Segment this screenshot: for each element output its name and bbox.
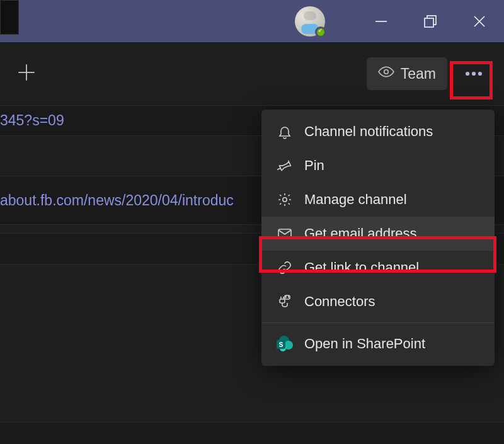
menu-item-get-email-address[interactable]: Get email address (261, 217, 495, 251)
add-tab-button[interactable] (16, 62, 37, 86)
menu-item-label: Get email address (304, 225, 417, 242)
menu-item-label: Channel notifications (304, 123, 433, 140)
maximize-button[interactable] (406, 0, 455, 42)
team-button-label: Team (401, 65, 436, 83)
menu-item-label: Manage channel (304, 191, 407, 208)
link-text: about.fb.com/news/2020/04/introduc (0, 192, 234, 209)
connector-icon (277, 293, 293, 310)
bell-icon (277, 123, 293, 140)
menu-item-open-sharepoint[interactable]: S Open in SharePoint (261, 327, 495, 361)
svg-point-11 (283, 198, 287, 202)
svg-rect-2 (425, 18, 433, 27)
svg-rect-12 (278, 229, 291, 238)
team-visibility-button[interactable]: Team (367, 57, 447, 90)
minimize-button[interactable] (357, 0, 406, 42)
gear-icon (277, 191, 293, 208)
menu-item-channel-notifications[interactable]: Channel notifications (261, 115, 495, 149)
menu-item-label: Connectors (304, 293, 375, 310)
link-text: 345?s=09 (0, 112, 64, 129)
window-controls (357, 0, 504, 42)
menu-item-label: Get link to channel (304, 259, 419, 276)
channel-context-menu: Channel notifications Pin Manage channel… (261, 110, 495, 366)
titlebar-left-block (0, 0, 19, 35)
menu-item-connectors[interactable]: Connectors (261, 285, 495, 319)
menu-item-manage-channel[interactable]: Manage channel (261, 183, 495, 217)
menu-separator (261, 322, 495, 323)
user-avatar[interactable] (295, 6, 325, 37)
menu-item-label: Open in SharePoint (304, 336, 425, 352)
close-button[interactable] (455, 0, 504, 42)
annotation-more-button-highlight (450, 61, 493, 100)
sharepoint-icon: S (277, 336, 293, 352)
menu-item-get-link[interactable]: Get link to channel (261, 251, 495, 285)
menu-item-pin[interactable]: Pin (261, 149, 495, 183)
channel-toolbar: Team (0, 42, 504, 105)
mail-icon (277, 225, 293, 242)
menu-item-label: Pin (304, 157, 324, 174)
link-icon (277, 259, 293, 276)
message-block-bottom (0, 422, 504, 444)
eye-icon (378, 64, 394, 84)
title-bar (0, 0, 504, 42)
svg-point-7 (384, 70, 389, 74)
svg-rect-13 (280, 299, 285, 303)
pin-icon (277, 157, 293, 174)
presence-available-icon (315, 26, 326, 38)
